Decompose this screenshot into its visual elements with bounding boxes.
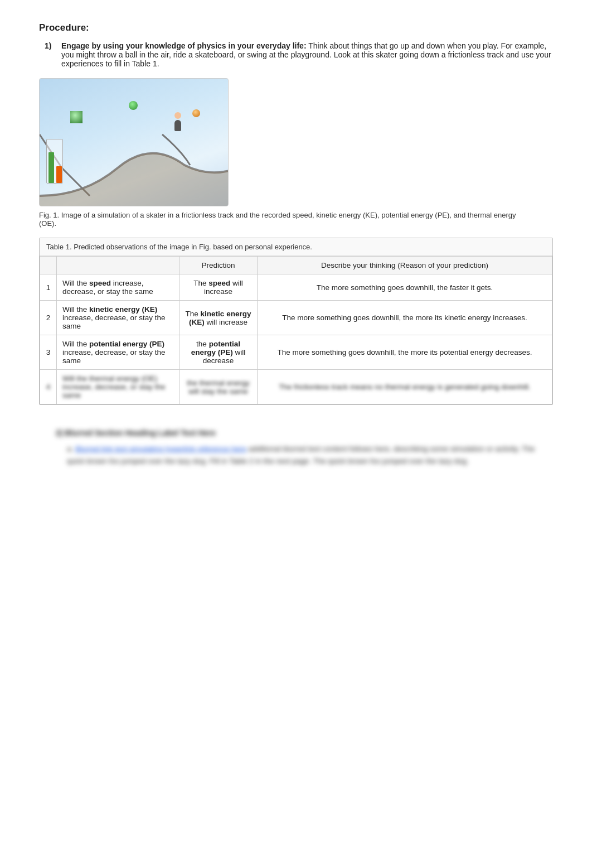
row-3-reason: The more something goes downhill, the mo…: [258, 335, 552, 370]
table-1: Prediction Describe your thinking (Reaso…: [40, 256, 552, 404]
energy-panel: [46, 139, 63, 184]
row-2-reason: The more something goes downhill, the mo…: [258, 301, 552, 335]
step1-bold: Engage by using your knowledge of physic…: [61, 41, 307, 50]
step1-content: Engage by using your knowledge of physic…: [61, 41, 551, 68]
row-4-prediction: the thermal energy will stay the same: [179, 370, 258, 404]
row-1-reason: The more something goes downhill, the fa…: [258, 274, 552, 301]
table-1-caption: Table 1. Predicted observations of the i…: [40, 238, 552, 256]
table-row: 3 Will the potential energy (PE) increas…: [40, 335, 552, 370]
col-question-header: [57, 257, 179, 274]
ke-bar: [48, 152, 54, 183]
figure-caption: Fig. 1. Image of a simulation of a skate…: [39, 211, 518, 228]
step-number: 1): [45, 41, 51, 50]
figure-container: Fig. 1. Image of a simulation of a skate…: [39, 78, 553, 228]
row-2-prediction: The kinetic energy (KE) will increase: [179, 301, 258, 335]
procedure-list: 1) Engage by using your knowledge of phy…: [39, 41, 553, 68]
col-prediction-header: Prediction: [179, 257, 258, 274]
row-3-prediction: the potential energy (PE) will decrease: [179, 335, 258, 370]
row-4-question: Will the thermal energy (OE) increase, d…: [57, 370, 179, 404]
table-header-row: Prediction Describe your thinking (Reaso…: [40, 257, 552, 274]
skater-body: [174, 120, 181, 131]
blurred-section-content: a. Blurred link text simulating hyperlin…: [39, 443, 553, 467]
skater-head: [174, 112, 181, 119]
col-num-header: [40, 257, 57, 274]
col-reason-header: Describe your thinking (Reason of your p…: [258, 257, 552, 274]
skater-ball-left: [70, 111, 83, 123]
pe-bar: [56, 166, 62, 183]
track-svg: [40, 79, 228, 206]
table-row: 1 Will the speed increase, decrease, or …: [40, 274, 552, 301]
row-3-question: Will the potential energy (PE) increase,…: [57, 335, 179, 370]
skater-ball-mid: [129, 101, 138, 110]
row-1-question: Will the speed increase, decrease, or st…: [57, 274, 179, 301]
simulation-image: [39, 78, 229, 206]
procedure-step-1: 1) Engage by using your knowledge of phy…: [45, 41, 553, 68]
blurred-section-heading: 2) Blurred Section Heading Label Text He…: [39, 421, 553, 437]
row-1-prediction: The speed will increase: [179, 274, 258, 301]
row-2-question: Will the kinetic energy (KE) increase, d…: [57, 301, 179, 335]
skater-figure: [172, 112, 183, 129]
row-2-num: 2: [40, 301, 57, 335]
row-4-reason: The frictionless track means no thermal …: [258, 370, 552, 404]
table-row-blurred: 4 Will the thermal energy (OE) increase,…: [40, 370, 552, 404]
row-3-num: 3: [40, 335, 57, 370]
table-1-wrapper: Table 1. Predicted observations of the i…: [39, 238, 553, 405]
row-4-num: 4: [40, 370, 57, 404]
section-title: Procedure:: [39, 22, 553, 33]
table-row: 2 Will the kinetic energy (KE) increase,…: [40, 301, 552, 335]
skater-ball-right: [192, 109, 200, 117]
row-1-num: 1: [40, 274, 57, 301]
